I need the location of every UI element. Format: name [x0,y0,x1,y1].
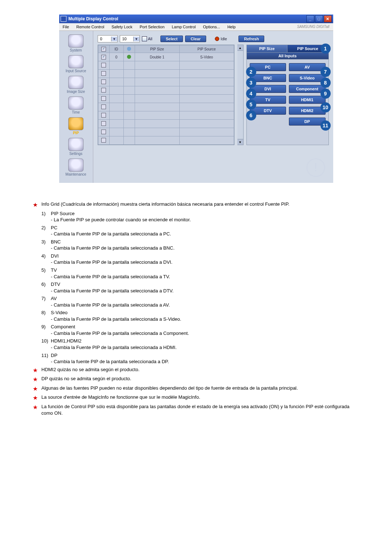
row-checkbox[interactable] [101,63,106,67]
sidebar-image-size[interactable]: Image Size [59,76,93,94]
col-pip-source: PIP Source [179,45,234,53]
row-checkbox[interactable] [101,96,106,101]
image-size-icon [68,76,83,89]
callout-5: 5 [246,99,256,110]
range-start-combo[interactable]: 0▾ [98,35,118,42]
list-item: TV- Cambia la Fuente PIP de la pantalla … [51,267,359,280]
callout-8: 8 [320,78,331,88]
source-dp-button[interactable]: DP [289,118,326,126]
menu-port-selection[interactable]: Port Selection [136,23,168,30]
close-button[interactable]: ✕ [324,15,332,22]
list-number: 11) [41,352,51,365]
cell-pip-source: S-Video [179,53,234,61]
row-checkbox[interactable] [101,55,106,59]
list-item: DTV- Cambia la Fuente PIP de la pantalla… [51,281,359,294]
row-checkbox[interactable] [101,121,106,126]
list-number: 8) [41,309,51,322]
maximize-button[interactable]: □ [315,15,323,22]
source-av-button[interactable]: AV [289,63,326,71]
table-row[interactable]: 0 Double 1 S-Video [98,53,234,61]
intro-text: Info Grid (Cuadrícula de información) mu… [41,201,359,209]
row-checkbox[interactable] [101,130,106,134]
app-icon [61,16,66,22]
callout-7: 7 [320,67,331,77]
menu-safety-lock[interactable]: Safety Lock [108,23,136,30]
info-grid: ID PIP Size PIP Source 0 Double 1 S-Vide… [98,45,234,145]
star-icon: ★ [33,366,41,374]
idle-status: Idle [215,37,227,41]
scroll-down-icon[interactable]: ▾ [237,139,243,145]
row-checkbox[interactable] [101,138,106,143]
sidebar: System Input Source Image Size Time PIP … [59,31,93,183]
source-hdmi2-button[interactable]: HDMI2 [289,107,326,115]
star-icon: ★ [33,403,41,411]
refresh-button[interactable]: Refresh [238,36,264,42]
checkbox-icon [142,36,147,41]
all-inputs-label: All Inputs [247,53,328,59]
callout-10: 10 [320,102,331,112]
list-number: 5) [41,267,51,280]
tab-pip-size[interactable]: PIP Size [247,45,288,52]
row-checkbox[interactable] [101,71,106,76]
callout-11: 11 [320,120,331,131]
select-button[interactable]: Select [160,36,183,42]
scroll-up-icon[interactable]: ▴ [237,45,243,51]
cell-pip-size: Double 1 [135,53,179,61]
callout-1: 1 [320,44,331,54]
settings-icon [68,138,83,151]
toolbar: 0▾ 10▾ All Select Clear Idle Refresh [98,35,329,42]
callout-6: 6 [246,110,256,120]
star-icon: ★ [33,201,41,209]
all-checkbox[interactable]: All [142,36,152,41]
source-svideo-button[interactable]: S-Video [289,74,326,82]
pip-icon [68,117,83,130]
document-body: ★ Info Grid (Cuadrícula de información) … [33,201,359,416]
minimize-button[interactable]: _ [306,15,314,22]
source-component-button[interactable]: Component [289,85,326,93]
menu-options[interactable]: Options... [199,23,224,30]
clear-button[interactable]: Clear [185,36,206,42]
list-number: 6) [41,281,51,294]
sidebar-time[interactable]: Time [59,97,93,114]
sidebar-system[interactable]: System [59,34,93,52]
menu-lamp-control[interactable]: Lamp Control [168,23,199,30]
source-hdmi1-button[interactable]: HDMI1 [289,96,326,104]
header-checkbox[interactable] [101,47,106,52]
row-checkbox[interactable] [101,79,106,84]
row-checkbox[interactable] [101,88,106,93]
sidebar-pip[interactable]: PIP [59,117,93,135]
cell-id: 0 [109,53,123,61]
menu-help[interactable]: Help [224,23,239,30]
callout-9: 9 [320,89,331,99]
note-text: DP quizás no se admita según el producto… [41,376,359,382]
maintenance-icon [68,159,83,172]
list-item: HDMI1,HDMI2- Cambia la Fuente PIP de la … [51,338,359,350]
sidebar-settings[interactable]: Settings [59,138,93,156]
list-number: 1) [41,210,51,223]
menu-remote-control[interactable]: Remote Control [73,23,108,30]
list-item: Component- Cambia la Fuente PIP de la pa… [51,324,359,336]
callout-4: 4 [246,89,256,99]
col-pip-size: PIP Size [135,45,179,53]
alert-icon: ! [306,158,325,177]
status-header-icon [127,47,131,51]
grid-scrollbar[interactable]: ▴ ▾ [237,45,244,145]
star-icon: ★ [33,394,41,402]
sidebar-input-source[interactable]: Input Source [59,55,93,73]
chevron-down-icon: ▾ [133,37,139,41]
callout-3: 3 [246,78,256,88]
menu-file[interactable]: File [59,23,73,30]
titlebar: Multiple Display Control _ □ ✕ [59,15,333,23]
list-item: AV- Cambia la Fuente PIP de la pantalla … [51,295,359,308]
brand-label: SAMSUNG DIGITall [293,23,333,30]
system-icon [68,34,83,48]
list-item: DP- Cambia la fuente PIP de la pantalla … [51,352,359,365]
list-number: 10) [41,338,51,350]
range-end-combo[interactable]: 10▾ [120,35,140,42]
row-checkbox[interactable] [101,113,106,118]
sidebar-maintenance[interactable]: Maintenance [59,159,93,176]
list-item: S-Video- Cambia la Fuente PIP de la pant… [51,309,359,322]
col-id: ID [109,45,123,53]
star-icon: ★ [33,376,41,383]
row-checkbox[interactable] [101,104,106,109]
